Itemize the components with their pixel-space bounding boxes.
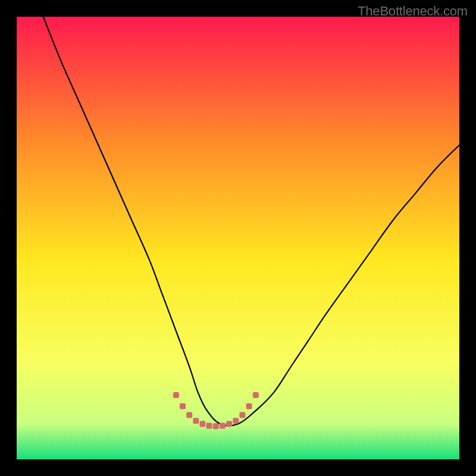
chart-frame: TheBottleneck.com <box>0 0 476 476</box>
optimal-marker <box>213 423 219 429</box>
optimal-marker <box>226 421 232 427</box>
optimal-marker <box>186 412 192 418</box>
watermark-label: TheBottleneck.com <box>358 4 468 19</box>
optimal-marker <box>246 403 252 409</box>
optimal-marker <box>193 418 199 424</box>
optimal-marker <box>173 392 179 398</box>
optimal-marker <box>206 422 212 428</box>
optimal-marker <box>220 422 226 428</box>
optimal-marker <box>199 421 205 427</box>
optimal-marker <box>180 403 186 409</box>
bottleneck-chart <box>17 17 459 459</box>
optimal-marker <box>233 418 239 424</box>
optimal-marker <box>239 412 245 418</box>
optimal-marker <box>253 392 259 398</box>
plot-area <box>17 17 459 459</box>
gradient-background <box>17 17 459 459</box>
